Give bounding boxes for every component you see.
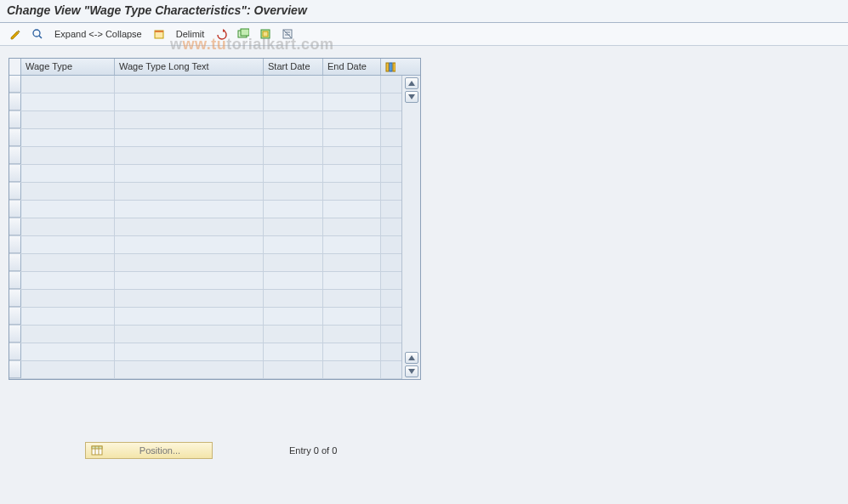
cell-end-date[interactable] [323,165,381,182]
expand-collapse-button[interactable]: Expand <-> Collapse [51,29,145,39]
cell-wage-type[interactable] [21,272,115,289]
cell-wage-type-long-text[interactable] [115,111,264,128]
row-selector[interactable] [9,290,21,307]
cell-wage-type-long-text[interactable] [115,236,264,253]
cell-start-date[interactable] [264,76,323,93]
cell-start-date[interactable] [264,290,323,307]
scroll-up-bottom-icon[interactable] [405,352,418,364]
row-selector[interactable] [9,361,21,378]
cell-end-date[interactable] [323,218,381,235]
undo-icon[interactable] [213,26,230,42]
cell-wage-type-long-text[interactable] [115,201,264,218]
cell-wage-type[interactable] [21,218,115,235]
cell-wage-type[interactable] [21,343,115,360]
cell-wage-type[interactable] [21,129,115,146]
cell-wage-type-long-text[interactable] [115,308,264,325]
configure-columns-icon[interactable] [381,59,400,75]
col-header-wage-type[interactable]: Wage Type [21,59,115,75]
cell-end-date[interactable] [323,290,381,307]
cell-wage-type-long-text[interactable] [115,218,264,235]
cell-end-date[interactable] [323,111,381,128]
delimit-icon[interactable] [151,26,168,42]
delimit-button[interactable]: Delimit [173,29,208,39]
row-selector[interactable] [9,218,21,235]
cell-end-date[interactable] [323,183,381,200]
cell-end-date[interactable] [323,201,381,218]
position-button[interactable]: Position... [85,442,213,459]
cell-start-date[interactable] [264,147,323,164]
cell-wage-type-long-text[interactable] [115,129,264,146]
cell-start-date[interactable] [264,272,323,289]
select-block-icon[interactable] [257,26,274,42]
cell-wage-type-long-text[interactable] [115,326,264,343]
cell-start-date[interactable] [264,165,323,182]
cell-wage-type-long-text[interactable] [115,183,264,200]
cell-wage-type[interactable] [21,165,115,182]
scroll-down-bottom-icon[interactable] [405,365,418,377]
cell-wage-type[interactable] [21,93,115,110]
row-selector[interactable] [9,201,21,218]
cell-start-date[interactable] [264,236,323,253]
cell-wage-type-long-text[interactable] [115,254,264,271]
cell-end-date[interactable] [323,93,381,110]
cell-wage-type[interactable] [21,308,115,325]
cell-wage-type-long-text[interactable] [115,165,264,182]
cell-wage-type[interactable] [21,201,115,218]
row-selector[interactable] [9,165,21,182]
cell-start-date[interactable] [264,93,323,110]
vertical-scrollbar[interactable] [401,76,420,379]
row-selector[interactable] [9,236,21,253]
details-icon[interactable] [29,26,46,42]
cell-end-date[interactable] [323,76,381,93]
cell-start-date[interactable] [264,343,323,360]
row-selector[interactable] [9,76,21,93]
row-selector-header[interactable] [9,59,21,75]
cell-wage-type[interactable] [21,290,115,307]
cell-end-date[interactable] [323,147,381,164]
cell-start-date[interactable] [264,183,323,200]
cell-start-date[interactable] [264,254,323,271]
scroll-up-icon[interactable] [405,77,418,89]
cell-wage-type-long-text[interactable] [115,76,264,93]
cell-wage-type[interactable] [21,326,115,343]
cell-wage-type-long-text[interactable] [115,290,264,307]
cell-end-date[interactable] [323,272,381,289]
cell-start-date[interactable] [264,326,323,343]
cell-start-date[interactable] [264,201,323,218]
cell-end-date[interactable] [323,236,381,253]
cell-end-date[interactable] [323,343,381,360]
cell-end-date[interactable] [323,326,381,343]
select-all-icon[interactable] [235,26,252,42]
cell-wage-type-long-text[interactable] [115,361,264,378]
row-selector[interactable] [9,272,21,289]
cell-wage-type-long-text[interactable] [115,93,264,110]
cell-start-date[interactable] [264,129,323,146]
cell-end-date[interactable] [323,308,381,325]
row-selector[interactable] [9,308,21,325]
cell-wage-type-long-text[interactable] [115,343,264,360]
row-selector[interactable] [9,326,21,343]
row-selector[interactable] [9,147,21,164]
cell-wage-type[interactable] [21,183,115,200]
cell-start-date[interactable] [264,218,323,235]
row-selector[interactable] [9,183,21,200]
row-selector[interactable] [9,343,21,360]
row-selector[interactable] [9,93,21,110]
cell-wage-type[interactable] [21,236,115,253]
row-selector[interactable] [9,254,21,271]
col-header-wage-type-long-text[interactable]: Wage Type Long Text [115,59,264,75]
cell-end-date[interactable] [323,361,381,378]
row-selector[interactable] [9,129,21,146]
cell-end-date[interactable] [323,129,381,146]
cell-wage-type[interactable] [21,361,115,378]
cell-wage-type-long-text[interactable] [115,272,264,289]
scroll-down-icon[interactable] [405,91,418,103]
col-header-end-date[interactable]: End Date [323,59,381,75]
col-header-start-date[interactable]: Start Date [264,59,323,75]
cell-wage-type-long-text[interactable] [115,147,264,164]
cell-start-date[interactable] [264,111,323,128]
cell-wage-type[interactable] [21,147,115,164]
cell-wage-type[interactable] [21,111,115,128]
cell-start-date[interactable] [264,308,323,325]
deselect-all-icon[interactable] [279,26,296,42]
